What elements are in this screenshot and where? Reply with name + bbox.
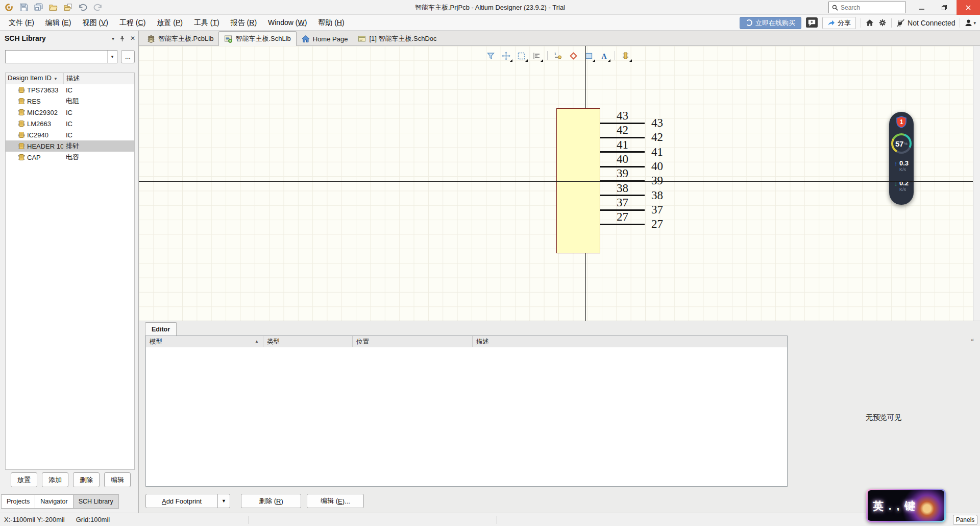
add-footprint-button[interactable]: Add Footprint [145,494,218,508]
undo-button[interactable] [77,2,88,13]
edit-model-button[interactable]: 编辑 (E)... [307,494,364,508]
close-button[interactable] [957,0,980,15]
search-input[interactable] [841,4,897,11]
editor-column-4[interactable]: 描述 [473,336,787,347]
sch-library-panel: SCH Library ▾ ✕ ▾ ... Design Item ID▼ 描述… [0,31,139,513]
delete-model-button[interactable]: 删除 (R) [241,494,301,508]
open-document-button[interactable] [62,2,74,13]
buy-online-button[interactable]: 立即在线购买 [740,17,801,29]
redo-button[interactable] [92,2,103,13]
menu-window[interactable]: Window (W) [262,15,312,30]
place-component-button[interactable]: 放置 [11,472,37,487]
library-filter-combobox[interactable]: ▾ [5,50,117,63]
edit-component-button[interactable]: 编辑 [104,472,131,487]
quick-access-toolbar [3,2,103,13]
library-item-row[interactable]: IC2940IC [6,129,134,140]
settings-button[interactable] [878,17,887,29]
collapse-chevrons-icon[interactable]: « [971,337,974,343]
editor-tab[interactable]: Editor [145,322,177,336]
save-all-button[interactable] [33,2,44,13]
menu-help[interactable]: 帮助 (H) [312,15,350,30]
move-tool-button[interactable] [501,51,511,61]
security-shield-badge: 1 [896,116,907,128]
menu-file[interactable]: 文件 (F) [3,15,40,30]
feedback-button[interactable] [806,17,818,29]
editor-column-2[interactable]: 类型 [263,336,353,347]
library-action-buttons: 放置添加删除编辑 [11,472,131,487]
panel-tab-sch-library[interactable]: SCH Library [74,494,119,509]
editor-panel: Editor 模型▲类型位置描述 « 无预览可见 Add Footprint ▼… [139,321,980,513]
schematic-canvas[interactable]: 1A 43434242414140403939383837372727 1 57… [139,46,973,321]
doc-tab-label: Home Page [313,35,348,43]
library-item-row[interactable]: MIC29302IC [6,107,134,118]
save-button[interactable] [18,2,29,13]
minimize-button[interactable] [911,0,933,15]
user-menu[interactable]: ▾ [965,19,976,27]
altium-logo[interactable] [3,2,14,13]
add-component-button[interactable]: 添加 [42,472,68,487]
column-design-item-id[interactable]: Design Item ID▼ [6,73,63,84]
panel-menu-icon[interactable]: ▾ [112,36,114,41]
restore-button[interactable] [933,0,955,15]
place-part-tool-button[interactable] [621,51,630,61]
item-description: IC [63,109,72,116]
home-button[interactable] [866,17,874,29]
net-speed-widget[interactable]: 1 57% ↑ 0.3K/s ↓ 0.2K/s [889,112,914,205]
library-item-row[interactable]: HEADER 10X2排针 [6,140,134,152]
pin-number-label: 40 [600,153,645,166]
doc-tab-label: 智能车主板.PcbLib [158,34,213,43]
pin-number-label: 37 [600,196,645,209]
share-button[interactable]: 分享 [822,17,856,29]
doc-tab-schlib[interactable]: 智能车主板.SchLib [218,31,296,46]
doc-tab-pcblib[interactable]: 智能车主板.PcbLib [142,32,218,45]
library-item-row[interactable]: RES电阻 [6,95,134,107]
editor-column-3[interactable]: 位置 [353,336,473,347]
item-id: CAP [27,154,63,161]
ime-mode-text: 英 . , 键 [873,499,916,513]
panel-tab-projects[interactable]: Projects [1,494,35,509]
panel-close-icon[interactable]: ✕ [130,35,135,42]
connection-status[interactable]: Not Connected [896,19,955,27]
doc-tab-home[interactable]: Home Page [297,32,353,45]
open-button[interactable] [47,2,59,13]
combobox-dropdown-icon[interactable]: ▾ [107,51,117,63]
menu-view[interactable]: 视图 (V) [77,15,114,30]
share-arrow-icon [827,19,835,26]
menu-place[interactable]: 放置 (P) [151,15,188,30]
model-table[interactable]: 模型▲类型位置描述 [145,336,788,487]
global-search-box[interactable] [828,2,906,13]
menu-project[interactable]: 工程 (C) [114,15,151,30]
place-polygon-tool-button[interactable] [569,51,578,61]
select-area-tool-button[interactable] [517,51,526,61]
component-body[interactable] [556,108,600,253]
menu-edit[interactable]: 编辑 (E) [40,15,77,30]
redo-icon [93,3,102,12]
editor-column-1[interactable]: 模型▲ [146,336,263,347]
place-pin-tool-button[interactable]: 1 [553,51,563,61]
add-footprint-dropdown[interactable]: ▼ [218,494,230,508]
menu-reports[interactable]: 报告 (R) [225,15,262,30]
library-filter-input[interactable] [6,51,107,63]
svg-text:1: 1 [900,118,903,126]
align-tool-button[interactable] [532,51,542,61]
library-item-row[interactable]: LM2663IC [6,118,134,129]
menu-tools[interactable]: 工具 (T) [188,15,225,30]
filter-tool-button[interactable] [486,51,496,61]
save-icon [19,3,28,12]
item-id: HEADER 10X2 [27,142,63,150]
upload-arrow-icon: ↑ [894,160,897,168]
cursor-position: X:-1100mil Y:-200mil [4,516,65,523]
doc-tab-schdoc[interactable]: [1] 智能车主板.SchDoc [353,32,442,45]
panels-button[interactable]: Panels [953,515,977,525]
delete-component-button[interactable]: 删除 [73,472,100,487]
home-icon [866,19,874,27]
component-list: Design Item ID▼ 描述 TPS73633ICRES电阻MIC293… [5,73,135,470]
pin-icon[interactable] [119,35,125,42]
panel-tab-navigator[interactable]: Navigator [35,494,74,509]
place-text-tool-button[interactable]: A [599,51,609,61]
library-item-row[interactable]: CAP电容 [6,152,134,163]
library-item-row[interactable]: TPS73633IC [6,84,134,95]
library-filter-more-button[interactable]: ... [121,50,135,63]
pin-number-label: 42 [600,124,645,137]
column-description[interactable]: 描述 [63,73,134,84]
